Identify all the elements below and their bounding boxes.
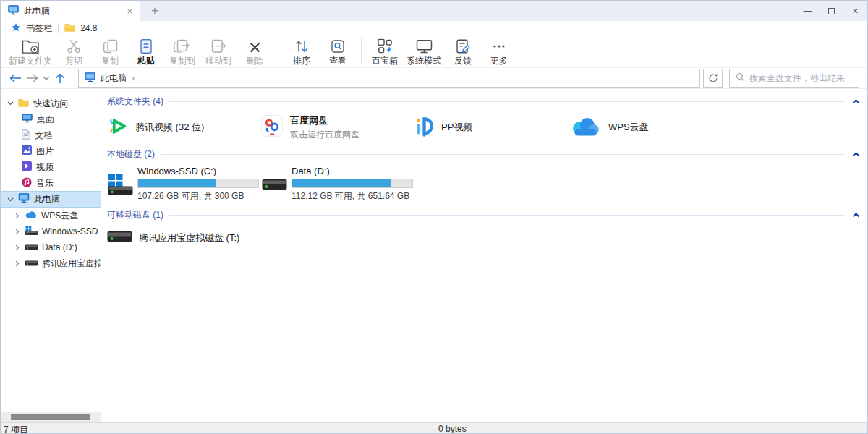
scrollbar-thumb[interactable]: [11, 414, 90, 420]
chevron-right-icon[interactable]: [14, 260, 21, 267]
tencent-video-icon: [107, 116, 128, 140]
desktop-icon: [22, 114, 33, 125]
sort-button[interactable]: 排序: [284, 36, 320, 67]
collapse-caret-icon[interactable]: [852, 99, 860, 104]
refresh-button[interactable]: [703, 69, 723, 88]
close-icon: ×: [852, 5, 858, 17]
local-disks-row: Windows-SSD (C:) 107.26 GB 可用, 共 300 GB …: [107, 162, 860, 208]
sidebar-item-music[interactable]: 音乐: [1, 175, 101, 191]
bookmark-star-icon[interactable]: [11, 22, 21, 35]
app-tile-tencent-video[interactable]: 腾讯视频 (32 位): [107, 114, 261, 141]
wps-cloud-icon: [569, 116, 601, 139]
sidebar-item-label: 快速访问: [33, 98, 68, 110]
minimize-button[interactable]: —: [796, 1, 820, 21]
disk-name: Data (D:): [292, 166, 413, 176]
disk-capacity-text: 107.26 GB 可用, 共 300 GB: [137, 190, 259, 203]
sidebar-item-documents[interactable]: 文档: [1, 127, 101, 143]
history-dropdown-button[interactable]: [41, 69, 51, 87]
address-bar[interactable]: 此电脑 ›: [78, 69, 700, 88]
disk-tile-d[interactable]: Data (D:) 112.12 GB 可用, 共 651.64 GB: [261, 166, 415, 203]
move-to-button[interactable]: 移动到: [200, 36, 237, 67]
forward-button[interactable]: [24, 69, 41, 87]
bookmark-folder-label[interactable]: 24.8: [80, 23, 97, 33]
disk-usage-fill: [138, 179, 216, 187]
toolbar-label: 复制: [101, 55, 119, 67]
view-icon: [330, 37, 346, 54]
removable-disks-row: 腾讯应用宝虚拟磁盘 (T:): [107, 223, 860, 253]
cut-button[interactable]: 剪切: [56, 36, 92, 67]
back-button[interactable]: [7, 69, 24, 87]
tab-title: 此电脑: [24, 5, 50, 17]
new-folder-button[interactable]: 新建文件夹: [5, 36, 56, 67]
sidebar-item-drive-d[interactable]: Data (D:): [1, 239, 101, 255]
view-button[interactable]: 查看: [320, 36, 356, 67]
minimize-icon: —: [804, 6, 812, 16]
pp-video-icon: [415, 116, 434, 140]
paste-icon: [139, 37, 153, 54]
cut-icon: [66, 37, 82, 54]
drive-icon: [25, 258, 38, 268]
baidu-netdisk-icon: [261, 115, 283, 140]
collapse-caret-icon[interactable]: [852, 213, 860, 218]
sidebar-item-drive-t[interactable]: 腾讯应用宝虚拟磁盘 (T:): [1, 255, 101, 271]
app-tile-pp-video[interactable]: PP视频: [415, 114, 569, 141]
chevron-right-icon[interactable]: [14, 229, 21, 235]
chevron-right-icon[interactable]: [14, 244, 21, 251]
sidebar-item-desktop[interactable]: 桌面: [1, 111, 101, 127]
sidebar-horizontal-scrollbar[interactable]: [1, 412, 101, 422]
toolbar-label: 删除: [246, 55, 263, 67]
delete-button[interactable]: 删除: [237, 36, 273, 67]
toolbox-button[interactable]: 百宝箱: [367, 36, 403, 67]
sidebar-item-videos[interactable]: 视频: [1, 159, 101, 175]
sidebar-item-this-pc[interactable]: 此电脑: [1, 191, 101, 208]
drive-icon: [261, 166, 288, 203]
drive-windows-icon: [25, 226, 38, 237]
sidebar-section-quick-access[interactable]: 快速访问: [1, 95, 101, 111]
toolbox-icon: [376, 37, 393, 54]
group-header-removable-disks: 可移动磁盘 (1): [107, 208, 860, 223]
up-button[interactable]: [51, 69, 68, 87]
bookmark-bar-label[interactable]: 书签栏: [26, 22, 52, 35]
sidebar-item-pictures[interactable]: 图片: [1, 143, 101, 159]
drive-icon: [25, 242, 38, 252]
sidebar-item-label: 音乐: [36, 177, 54, 190]
sidebar-item-wps-cloud[interactable]: WPS云盘: [1, 208, 101, 224]
cloud-icon: [25, 210, 37, 221]
sidebar-item-drive-c[interactable]: Windows-SSD (C:): [1, 224, 101, 239]
group-divider: [169, 215, 845, 216]
breadcrumb-chevron-icon[interactable]: ›: [132, 73, 135, 83]
app-name: 百度网盘: [290, 114, 359, 127]
app-tile-wps-cloud[interactable]: WPS云盘: [569, 114, 723, 141]
file-manager-window: 此电脑 × + — × 书签栏 | 24.8 新建文件夹 剪切 复制: [0, 0, 868, 434]
toolbar-label: 系统模式: [407, 55, 441, 67]
disk-tile-c[interactable]: Windows-SSD (C:) 107.26 GB 可用, 共 300 GB: [107, 166, 261, 203]
close-button[interactable]: ×: [843, 1, 867, 21]
sidebar-item-label: 文档: [35, 129, 52, 142]
computer-icon: [18, 193, 30, 205]
feedback-button[interactable]: 反馈: [445, 36, 481, 67]
system-mode-button[interactable]: 系统模式: [403, 36, 445, 67]
copy-to-button[interactable]: 复制到: [164, 36, 200, 67]
new-tab-button[interactable]: +: [140, 1, 170, 21]
computer-icon: [85, 72, 95, 85]
copy-button[interactable]: 复制: [92, 36, 128, 67]
app-tile-baidu-netdisk[interactable]: 百度网盘 双击运行百度网盘: [261, 114, 415, 141]
maximize-button[interactable]: [820, 1, 843, 21]
chevron-down-icon[interactable]: [7, 197, 14, 202]
toolbar-label: 更多: [490, 55, 508, 67]
address-location[interactable]: 此电脑: [101, 72, 127, 85]
paste-button[interactable]: 粘贴: [128, 36, 164, 67]
folder-icon[interactable]: [64, 23, 75, 34]
search-box: [729, 69, 859, 88]
tab-close-icon[interactable]: ×: [127, 7, 132, 16]
chevron-down-icon[interactable]: [7, 101, 14, 106]
search-input[interactable]: [749, 73, 853, 83]
tab-this-pc[interactable]: 此电脑 ×: [1, 1, 140, 21]
chevron-right-icon[interactable]: [14, 213, 21, 219]
disk-capacity-text: 112.12 GB 可用, 共 651.64 GB: [292, 190, 413, 203]
more-button[interactable]: 更多: [481, 36, 517, 67]
toolbar-separator: [361, 38, 362, 64]
disk-tile-t[interactable]: 腾讯应用宝虚拟磁盘 (T:): [107, 229, 261, 247]
drive-windows-icon: [107, 166, 134, 203]
collapse-caret-icon[interactable]: [852, 152, 860, 157]
